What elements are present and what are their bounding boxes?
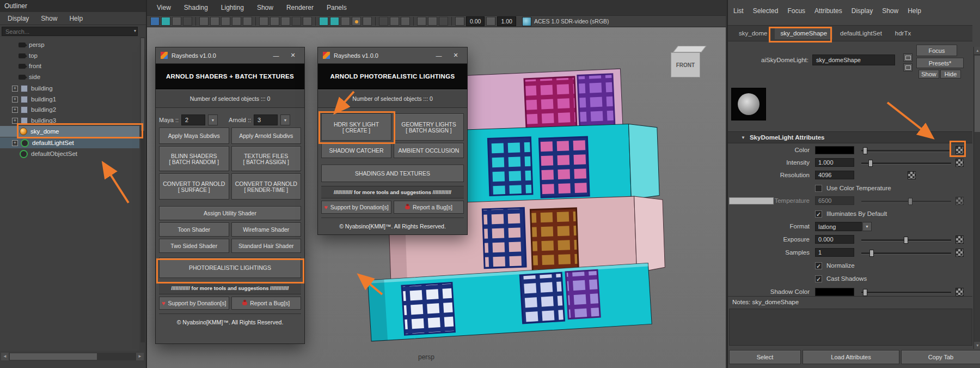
ae-menu-list[interactable]: List bbox=[733, 7, 744, 15]
viewport-menu-show[interactable]: Show bbox=[257, 4, 273, 11]
report-bug-button[interactable]: Report a Bug[s] bbox=[394, 201, 464, 214]
viewport-toolbar-icon[interactable] bbox=[292, 17, 301, 26]
viewport-toolbar-icon[interactable] bbox=[221, 17, 230, 26]
viewport-toolbar-icon[interactable] bbox=[259, 17, 268, 26]
search-caret-icon[interactable]: ▾ bbox=[134, 28, 136, 33]
exposure-field[interactable]: 0.00 bbox=[466, 16, 485, 26]
arnold-subdiv-field[interactable]: 3 bbox=[254, 114, 278, 125]
tab-defaultlightset[interactable]: defaultLightSet bbox=[835, 27, 887, 39]
viewport-toolbar-icon[interactable] bbox=[210, 17, 219, 26]
shadow-color-texture-map-icon[interactable] bbox=[955, 288, 964, 296]
scrollbar-thumb[interactable] bbox=[975, 56, 980, 132]
tree-item-defaultobjectset[interactable]: defaultObjectSet bbox=[0, 148, 139, 159]
convert-arnold-rendertime-button[interactable]: CONVERT TO ARNOLD[ RENDER-TIME ] bbox=[231, 173, 302, 200]
color-slider[interactable] bbox=[861, 150, 951, 152]
view-cube-top-face[interactable] bbox=[673, 46, 706, 52]
slider-handle[interactable] bbox=[904, 237, 908, 244]
use-color-temperature-checkbox[interactable] bbox=[815, 185, 822, 192]
exposure-slider[interactable] bbox=[861, 239, 951, 242]
pin-node-icon[interactable] bbox=[903, 53, 912, 62]
viewport-menu-renderer[interactable]: Renderer bbox=[286, 4, 314, 11]
ae-menu-attributes[interactable]: Attributes bbox=[814, 7, 842, 15]
lighting-toggle-icon[interactable] bbox=[352, 17, 361, 26]
exposure-texture-map-icon[interactable] bbox=[955, 236, 964, 244]
intensity-slider[interactable] bbox=[861, 162, 951, 165]
chevron-down-icon[interactable]: ▼ bbox=[862, 222, 872, 231]
expand-icon[interactable]: + bbox=[12, 96, 18, 102]
viewport-toolbar-icon[interactable] bbox=[281, 17, 290, 26]
ae-menu-help[interactable]: Help bbox=[908, 7, 921, 15]
select-button[interactable]: Select bbox=[729, 350, 801, 364]
dialog-titlebar[interactable]: Raysheds v1.0.0 — ✕ bbox=[318, 47, 467, 64]
tree-item-front[interactable]: front bbox=[0, 61, 139, 71]
focus-button[interactable]: Focus bbox=[916, 45, 957, 56]
outliner-search-box[interactable]: ▾ bbox=[2, 27, 138, 36]
intensity-texture-map-icon[interactable] bbox=[955, 159, 964, 167]
two-sided-shader-button[interactable]: Two Sided Shader bbox=[159, 239, 229, 253]
chevron-down-icon[interactable]: ▼ bbox=[280, 114, 290, 125]
tree-item-top[interactable]: top bbox=[0, 50, 139, 61]
support-donation-button[interactable]: ♥Support by Donation[s] bbox=[321, 201, 391, 214]
outliner-menu-help[interactable]: Help bbox=[69, 15, 83, 22]
attribute-editor-scrollbar[interactable]: ▲ ▼ bbox=[973, 47, 980, 349]
show-button[interactable]: Show bbox=[918, 70, 939, 79]
minimize-icon[interactable]: — bbox=[432, 52, 445, 59]
scrollbar-thumb[interactable] bbox=[10, 353, 97, 360]
view-cube-front-face[interactable]: FRONT bbox=[671, 52, 700, 77]
viewport-toolbar-icon[interactable] bbox=[428, 17, 437, 26]
ae-menu-focus[interactable]: Focus bbox=[787, 7, 805, 15]
chevron-down-icon[interactable]: ▼ bbox=[208, 114, 218, 125]
outliner-vertical-scrollbar[interactable] bbox=[140, 37, 145, 342]
report-bug-button[interactable]: Report a Bug[s] bbox=[231, 297, 302, 310]
gamma-icon[interactable] bbox=[486, 17, 495, 26]
minimize-icon[interactable]: — bbox=[270, 52, 283, 59]
viewport-toolbar-icon[interactable] bbox=[341, 17, 350, 26]
viewport-toolbar-icon[interactable] bbox=[161, 17, 170, 26]
cast-shadows-checkbox[interactable]: ✓ bbox=[815, 275, 822, 282]
color-swatch[interactable] bbox=[815, 146, 854, 154]
maya-subdiv-field[interactable]: 2 bbox=[181, 114, 205, 125]
viewport-menu-lighting[interactable]: Lighting bbox=[221, 4, 244, 11]
shadow-color-swatch[interactable] bbox=[815, 288, 854, 296]
viewport-toolbar-icon[interactable] bbox=[183, 17, 192, 26]
expand-icon[interactable]: + bbox=[12, 107, 18, 113]
samples-field[interactable]: 1 bbox=[815, 248, 854, 257]
viewport-toolbar-icon[interactable] bbox=[199, 17, 209, 26]
wireframe-shader-button[interactable]: Wireframe Shader bbox=[231, 222, 302, 237]
samples-slider[interactable] bbox=[861, 252, 951, 255]
outliner-menu-display[interactable]: Display bbox=[8, 15, 29, 22]
shadow-color-slider[interactable] bbox=[861, 292, 951, 294]
viewport-toolbar-icon[interactable] bbox=[363, 17, 372, 26]
viewport-toolbar-icon[interactable] bbox=[172, 17, 181, 26]
colorspace-chip[interactable]: ACES 1.0 SDR-video (sRGB) bbox=[522, 17, 609, 26]
slider-handle[interactable] bbox=[863, 147, 867, 154]
tree-item-side[interactable]: side bbox=[0, 71, 139, 82]
expand-icon[interactable]: + bbox=[12, 140, 18, 146]
apply-maya-subdivs-button[interactable]: Apply Maya Subdivs bbox=[159, 128, 229, 144]
color-texture-map-icon[interactable] bbox=[955, 146, 964, 154]
skydome-texture-swatch[interactable] bbox=[731, 88, 766, 120]
hdri-sky-light-create-button[interactable]: HDRI SKY LIGHT[ CREATE ] bbox=[321, 113, 391, 141]
resolution-field[interactable]: 4096 bbox=[815, 171, 854, 179]
viewport-toolbar-icon[interactable] bbox=[439, 17, 448, 26]
viewport-toolbar-icon[interactable] bbox=[303, 17, 312, 26]
select-tool-icon[interactable] bbox=[150, 17, 160, 26]
assign-utility-shader-button[interactable]: Assign Utility Shader bbox=[159, 206, 301, 220]
tree-item-building2[interactable]: +building2 bbox=[0, 104, 139, 115]
geometry-lights-button[interactable]: GEOMETRY LIGHTS[ BATCH ASSIGN ] bbox=[394, 113, 464, 141]
tab-sky-domeshape[interactable]: sky_domeShape bbox=[775, 27, 832, 39]
slider-handle[interactable] bbox=[868, 160, 873, 167]
bookmark-node-icon[interactable] bbox=[903, 63, 912, 71]
viewport-menu-shading[interactable]: Shading bbox=[184, 4, 208, 11]
scroll-down-icon[interactable]: ▼ bbox=[974, 342, 980, 349]
intensity-field[interactable]: 1.000 bbox=[815, 158, 854, 167]
ae-menu-show[interactable]: Show bbox=[882, 7, 898, 15]
gamma-field[interactable]: 1.00 bbox=[497, 16, 516, 26]
viewport-toolbar-icon[interactable] bbox=[270, 17, 279, 26]
load-attributes-button[interactable]: Load Attributes bbox=[803, 350, 899, 364]
tab-sky-dome[interactable]: sky_dome bbox=[733, 27, 773, 39]
section-skydomelight-attributes[interactable]: ▼ SkyDomeLight Attributes bbox=[728, 131, 972, 143]
samples-texture-map-icon[interactable] bbox=[955, 249, 964, 257]
notes-textarea[interactable] bbox=[729, 309, 972, 346]
resolution-texture-map-icon[interactable] bbox=[908, 171, 916, 179]
